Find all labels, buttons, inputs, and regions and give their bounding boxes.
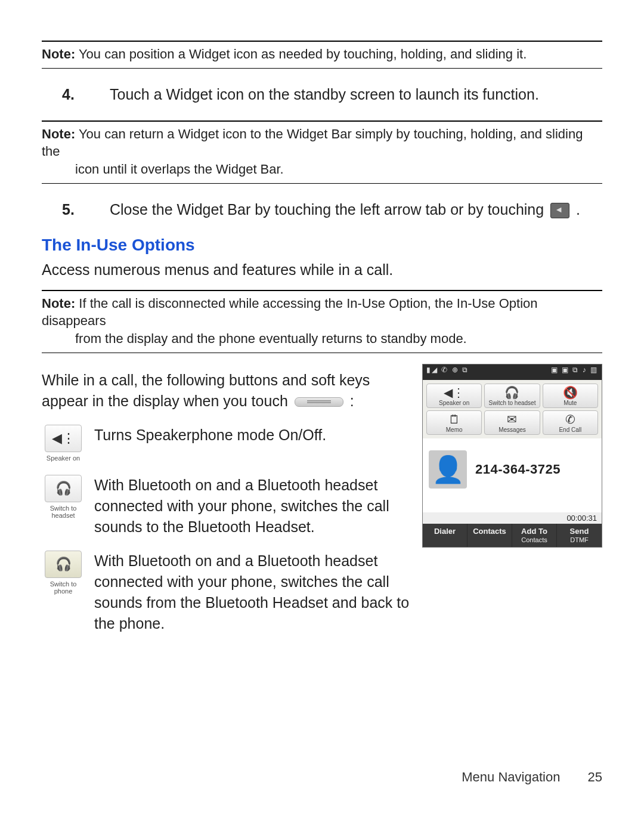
rule-top xyxy=(42,41,602,42)
soft-key-bar-icon xyxy=(295,397,343,407)
step-5: 5. Close the Widget Bar by touching the … xyxy=(42,199,602,220)
section-heading: The In-Use Options xyxy=(42,236,602,255)
note-label: Note: xyxy=(42,296,75,311)
two-column-area: While in a call, the following buttons a… xyxy=(42,364,602,647)
note-label: Note: xyxy=(42,47,75,61)
left-arrow-tab-icon xyxy=(550,203,569,218)
icon-row-speaker: ◀⋮ Speaker on Turns Speakerphone mode On… xyxy=(42,425,411,462)
note-3: Note: If the call is disconnected while … xyxy=(42,295,602,348)
phone-btn-speaker-on[interactable]: ◀⋮ Speaker on xyxy=(426,384,482,408)
messages-icon: ✉ xyxy=(485,413,539,425)
switch-to-phone-icon: 🎧 Switch to phone xyxy=(42,551,85,634)
speaker-on-icon: ◀⋮ Speaker on xyxy=(42,425,85,462)
note-1: Note: You can position a Widget icon as … xyxy=(42,45,602,63)
phone-btn-mute[interactable]: 🔇 Mute xyxy=(543,384,598,408)
footer-page-number: 25 xyxy=(588,769,602,784)
status-icons-right: ▣ ▣ ⧉ ♪ ▥ xyxy=(551,366,598,379)
rule xyxy=(42,183,602,184)
bottom-btn-contacts[interactable]: Contacts xyxy=(467,524,512,548)
note-2: Note: You can return a Widget icon to th… xyxy=(42,125,602,178)
phone-number: 214-364-3725 xyxy=(475,462,561,477)
bottom-btn-add-to-contacts[interactable]: Add To Contacts xyxy=(512,524,557,548)
contact-avatar-icon: 👤 xyxy=(429,450,467,489)
right-column: ▮◢ ✆ ⊕ ⧉ ▣ ▣ ⧉ ♪ ▥ ◀⋮ Speaker on 🎧 Switc… xyxy=(422,364,602,647)
switch-headset-desc: With Bluetooth on and a Bluetooth headse… xyxy=(94,475,411,537)
section-intro: Access numerous menus and features while… xyxy=(42,259,602,280)
call-timer: 00:00:31 xyxy=(423,512,602,524)
mute-icon: 🔇 xyxy=(543,387,597,398)
manual-page: Note: You can position a Widget icon as … xyxy=(0,0,644,816)
left-column: While in a call, the following buttons a… xyxy=(42,364,411,647)
speaker-desc: Turns Speakerphone mode On/Off. xyxy=(94,425,411,462)
call-info: 👤 214-364-3725 xyxy=(423,438,602,512)
step-text: Close the Widget Bar by touching the lef… xyxy=(110,199,602,220)
step-4: 4. Touch a Widget icon on the standby sc… xyxy=(42,84,602,105)
lead-text: While in a call, the following buttons a… xyxy=(42,370,411,412)
phone-status-bar: ▮◢ ✆ ⊕ ⧉ ▣ ▣ ⧉ ♪ ▥ xyxy=(423,364,602,380)
note-text: You can position a Widget icon as needed… xyxy=(79,47,527,61)
status-icons-left: ▮◢ ✆ ⊕ ⧉ xyxy=(426,366,469,379)
page-footer: Menu Navigation 25 xyxy=(462,769,602,785)
phone-btn-end-call[interactable]: ✆ End Call xyxy=(543,410,598,435)
phone-screenshot: ▮◢ ✆ ⊕ ⧉ ▣ ▣ ⧉ ♪ ▥ ◀⋮ Speaker on 🎧 Switc… xyxy=(422,364,602,548)
step-number: 4. xyxy=(42,84,110,105)
phone-btn-memo[interactable]: 🗒 Memo xyxy=(426,410,482,435)
end-call-icon: ✆ xyxy=(543,413,597,425)
note-text-cont: from the display and the phone eventuall… xyxy=(42,330,602,348)
speaker-icon: ◀⋮ xyxy=(427,387,481,398)
bottom-btn-dialer[interactable]: Dialer xyxy=(423,524,467,548)
phone-btn-switch-headset[interactable]: 🎧 Switch to headset xyxy=(484,384,540,408)
bottom-btn-send-dtmf[interactable]: Send DTMF xyxy=(557,524,602,548)
step-number: 5. xyxy=(42,199,110,220)
rule xyxy=(42,120,602,122)
rule xyxy=(42,353,602,353)
phone-bottom-bar: Dialer Contacts Add To Contacts Send DTM… xyxy=(423,524,602,548)
switch-phone-desc: With Bluetooth on and a Bluetooth headse… xyxy=(94,551,411,634)
note-label: Note: xyxy=(42,126,75,141)
rule xyxy=(42,68,602,69)
in-call-button-grid: ◀⋮ Speaker on 🎧 Switch to headset 🔇 Mute… xyxy=(423,380,602,438)
phone-btn-messages[interactable]: ✉ Messages xyxy=(484,410,540,435)
footer-section: Menu Navigation xyxy=(462,769,560,784)
note-text: You can return a Widget icon to the Widg… xyxy=(42,126,583,159)
icon-row-switch-headset: 🎧 Switch to headset With Bluetooth on an… xyxy=(42,475,411,537)
step-text: Touch a Widget icon on the standby scree… xyxy=(110,84,602,105)
headset-icon: 🎧 xyxy=(485,387,539,398)
switch-to-headset-icon: 🎧 Switch to headset xyxy=(42,475,85,537)
memo-icon: 🗒 xyxy=(427,413,481,425)
note-text: If the call is disconnected while access… xyxy=(42,296,538,329)
note-text-cont: icon until it overlaps the Widget Bar. xyxy=(42,160,602,178)
rule xyxy=(42,290,602,291)
icon-row-switch-phone: 🎧 Switch to phone With Bluetooth on and … xyxy=(42,551,411,634)
